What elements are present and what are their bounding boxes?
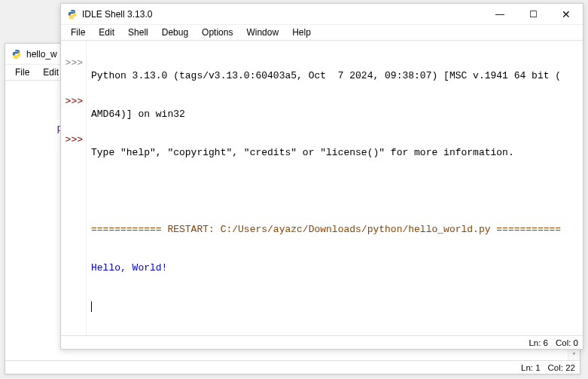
- menu-debug[interactable]: Debug: [155, 26, 195, 38]
- menu-file[interactable]: File: [64, 26, 92, 38]
- shell-prompt-gutter: >>> >>> >>>: [61, 41, 87, 335]
- shell-line-banner: Python 3.13.0 (tags/v3.13.0:60403a5, Oct…: [91, 69, 578, 82]
- prompt-icon: [61, 82, 83, 95]
- shell-line-output: Hello, World!: [91, 261, 578, 274]
- shell-line-prompt: [91, 300, 578, 313]
- shell-status-ln: Ln: 6: [529, 338, 548, 347]
- svg-point-2: [71, 11, 72, 11]
- shell-line-blank: [91, 185, 578, 197]
- shell-status-col: Col: 0: [556, 338, 578, 347]
- shell-line-banner: AMD64)] on win32: [91, 108, 578, 121]
- shell-line-restart: ============ RESTART: C:/Users/ayazc/Dow…: [91, 223, 578, 236]
- menu-options[interactable]: Options: [195, 26, 239, 38]
- maximize-button[interactable]: ☐: [516, 4, 550, 24]
- minimize-button[interactable]: —: [483, 4, 516, 24]
- shell-output-pane[interactable]: Python 3.13.0 (tags/v3.13.0:60403a5, Oct…: [87, 41, 583, 335]
- shell-titlebar[interactable]: IDLE Shell 3.13.0 — ☐ ✕: [61, 4, 583, 25]
- prompt-icon: >>>: [61, 133, 83, 146]
- text-cursor-icon: [91, 301, 92, 312]
- shell-title: IDLE Shell 3.13.0: [82, 9, 483, 20]
- menu-file[interactable]: File: [8, 66, 36, 78]
- scroll-down-icon[interactable]: ▾: [568, 348, 580, 360]
- python-icon: [11, 49, 22, 60]
- menu-help[interactable]: Help: [285, 26, 318, 38]
- menu-edit[interactable]: Edit: [92, 26, 121, 38]
- menu-window[interactable]: Window: [239, 26, 285, 38]
- shell-line-banner: Type "help", "copyright", "credits" or "…: [91, 146, 578, 159]
- prompt-icon: >>>: [61, 95, 83, 108]
- svg-point-1: [17, 57, 18, 57]
- editor-status-ln: Ln: 1: [521, 363, 541, 372]
- svg-point-3: [73, 17, 74, 17]
- editor-statusbar: Ln: 1 Col: 22: [5, 360, 580, 374]
- editor-status-col: Col: 22: [548, 363, 575, 372]
- python-icon: [67, 9, 78, 20]
- svg-point-0: [15, 50, 16, 51]
- menu-shell[interactable]: Shell: [121, 26, 155, 38]
- shell-text-area[interactable]: >>> >>> >>> Python 3.13.0 (tags/v3.13.0:…: [61, 40, 583, 335]
- window-controls: — ☐ ✕: [483, 4, 583, 24]
- shell-menubar: File Edit Shell Debug Options Window Hel…: [61, 25, 583, 40]
- shell-window: IDLE Shell 3.13.0 — ☐ ✕ File Edit Shell …: [60, 3, 583, 350]
- close-button[interactable]: ✕: [550, 4, 583, 24]
- shell-statusbar: Ln: 6 Col: 0: [61, 335, 583, 349]
